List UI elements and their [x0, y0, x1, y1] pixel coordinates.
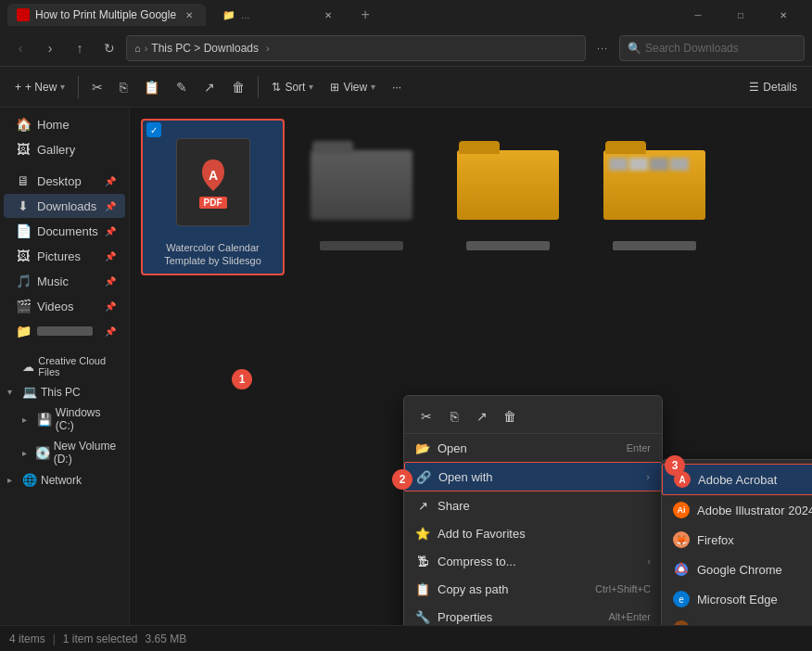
refresh-button[interactable]: ↻ — [96, 35, 122, 61]
file-item-pdf[interactable]: ✓ A PDF Watercolor Calendar Template by … — [141, 119, 285, 275]
submenu-calibre-ebook[interactable]: 📚 The calibre e-book viewer — [662, 614, 812, 625]
sidebar-item-gallery[interactable]: 🖼 Gallery — [4, 137, 125, 161]
cut-button[interactable]: ✂ — [84, 72, 110, 102]
this-pc-icon: 💻 — [22, 385, 37, 399]
up-button[interactable]: ↑ — [67, 35, 93, 61]
cm-cut-button[interactable]: ✂ — [413, 403, 439, 429]
sidebar-item-blurred[interactable]: 📁 📌 — [4, 319, 125, 343]
tab-1[interactable]: How to Print Multiple Google ✕ — [7, 4, 206, 26]
minimize-button[interactable]: ─ — [677, 0, 719, 30]
items-count: 4 items — [9, 632, 45, 645]
badge-3: 3 — [665, 455, 685, 476]
submenu-adobe-illustrator[interactable]: Ai Adobe Illustrator 2024 — [662, 495, 812, 525]
folder-1-icon-container — [306, 124, 417, 236]
title-bar: How to Print Multiple Google ✕ 📁 ... ✕ +… — [0, 0, 812, 30]
new-volume-chevron: ▸ — [22, 448, 32, 458]
submenu-adobe-acrobat-label: Adobe Acrobat — [698, 473, 777, 487]
blurred-pin: 📌 — [105, 326, 116, 337]
sidebar-item-desktop[interactable]: 🖥 Desktop 📌 — [4, 169, 125, 193]
sidebar-item-pictures[interactable]: 🖼 Pictures 📌 — [4, 244, 125, 268]
view-label: View — [343, 81, 367, 94]
address-text: This PC > Downloads — [151, 42, 259, 55]
sidebar-item-new-volume[interactable]: ▸ 💽 New Volume (D:) — [0, 436, 129, 469]
search-bar[interactable]: 🔍 Search Downloads — [619, 35, 805, 61]
share-button[interactable]: ↗ — [197, 72, 222, 102]
cm-open-with[interactable]: 🔗 Open with › A Adobe Acrobat Ai Adobe I… — [404, 462, 662, 491]
svg-text:A: A — [208, 168, 217, 183]
cm-properties-shortcut: Alt+Enter — [608, 611, 651, 622]
cm-add-favorites[interactable]: ⭐ Add to Favorites — [404, 519, 662, 547]
creative-cloud-icon: ☁ — [21, 360, 34, 374]
submenu-calibre-ebook-label: The calibre e-book viewer — [697, 622, 812, 626]
more-options-button[interactable]: ··· — [385, 72, 409, 102]
tab-2[interactable]: 📁 ... ✕ — [213, 4, 345, 26]
submenu-chrome-label: Google Chrome — [697, 563, 782, 577]
maximize-button[interactable]: □ — [719, 0, 762, 30]
sidebar-item-home[interactable]: 🏠 Home — [4, 112, 125, 136]
cm-share[interactable]: ↗ Share — [404, 491, 662, 519]
tab-2-label: ... — [241, 9, 315, 20]
sidebar-home-label: Home — [37, 118, 70, 132]
folder-2-icon-container — [452, 124, 564, 236]
nav-more-button[interactable]: ··· — [590, 35, 615, 61]
sort-icon: ⇅ — [272, 81, 281, 94]
pictures-pin: 📌 — [105, 251, 116, 262]
cm-open-label: Open — [438, 441, 467, 455]
sidebar-item-music[interactable]: 🎵 Music 📌 — [4, 269, 125, 293]
sidebar-item-videos[interactable]: 🎬 Videos 📌 — [4, 294, 125, 318]
submenu-firefox[interactable]: 🦊 Firefox — [662, 525, 812, 555]
folder-2-name — [466, 241, 550, 250]
address-expand: › — [266, 43, 270, 54]
sidebar-item-windows-c[interactable]: ▸ 💾 Windows (C:) — [0, 402, 129, 436]
cm-open[interactable]: 📂 Open Enter — [404, 434, 662, 462]
sidebar-item-documents[interactable]: 📄 Documents 📌 — [4, 219, 125, 243]
delete-button[interactable]: 🗑 — [224, 72, 252, 102]
tab-2-close[interactable]: ✕ — [321, 7, 336, 22]
file-item-folder-3[interactable] — [585, 119, 724, 275]
cm-compress-label: Compress to... — [438, 555, 516, 568]
toolbar-sep-1 — [78, 76, 79, 98]
badge-2: 2 — [392, 469, 412, 490]
cm-properties[interactable]: 🔧 Properties Alt+Enter — [404, 603, 662, 625]
delete-icon: 🗑 — [232, 80, 245, 95]
submenu-adobe-illustrator-label: Adobe Illustrator 2024 — [697, 504, 812, 517]
new-tab-button[interactable]: + — [356, 6, 374, 24]
tab-1-close[interactable]: ✕ — [182, 7, 197, 22]
file-item-folder-2[interactable] — [438, 119, 577, 275]
folder-3-icon-container — [599, 124, 710, 236]
copy-button[interactable]: ⎘ — [112, 72, 134, 102]
close-button[interactable]: ✕ — [762, 0, 805, 30]
cm-compress[interactable]: 🗜 Compress to... › — [404, 547, 662, 575]
new-volume-icon: 💽 — [35, 446, 50, 460]
details-button[interactable]: ☰ Details — [742, 72, 805, 102]
documents-pin: 📌 — [105, 226, 116, 236]
paste-button[interactable]: 📋 — [136, 72, 167, 102]
cm-delete-button[interactable]: 🗑 — [497, 403, 523, 429]
sort-button[interactable]: ⇅ Sort ▾ — [264, 72, 321, 102]
rename-icon: ✎ — [176, 80, 187, 95]
search-placeholder: Search Downloads — [645, 42, 739, 55]
sidebar-item-downloads[interactable]: ⬇ Downloads 📌 — [4, 194, 125, 218]
sidebar-item-this-pc[interactable]: ▾ 💻 This PC — [0, 381, 129, 402]
file-item-folder-1[interactable] — [292, 119, 431, 275]
sidebar: 🏠 Home 🖼 Gallery 🖥 Desktop 📌 ⬇ Downloads… — [0, 108, 130, 625]
address-bar[interactable]: ⌂ › This PC > Downloads › — [126, 35, 586, 61]
cm-share-button[interactable]: ↗ — [469, 403, 495, 429]
sidebar-item-network[interactable]: ▸ 🌐 Network — [0, 469, 129, 491]
cm-open-with-arrow: › — [646, 471, 650, 482]
forward-button[interactable]: › — [37, 35, 63, 61]
videos-pin: 📌 — [105, 301, 116, 312]
submenu-edge[interactable]: e Microsoft Edge — [662, 584, 812, 614]
new-button[interactable]: + + New ▾ — [7, 72, 72, 102]
cm-copy-path[interactable]: 📋 Copy as path Ctrl+Shift+C — [404, 575, 662, 603]
sidebar-spacer-1 — [0, 162, 129, 168]
pdf-icon: A PDF — [176, 138, 250, 226]
view-button[interactable]: ⊞ View ▾ — [323, 72, 383, 102]
rename-button[interactable]: ✎ — [169, 72, 195, 102]
back-button[interactable]: ‹ — [7, 35, 33, 61]
cm-copy-path-shortcut: Ctrl+Shift+C — [595, 583, 651, 594]
nav-bar: ‹ › ↑ ↻ ⌂ › This PC > Downloads › ··· 🔍 … — [0, 30, 812, 67]
submenu-chrome[interactable]: Google Chrome — [662, 555, 812, 584]
cm-copy-button[interactable]: ⎘ — [441, 403, 467, 429]
sidebar-item-creative-cloud[interactable]: ☁ Creative Cloud Files — [0, 351, 129, 381]
